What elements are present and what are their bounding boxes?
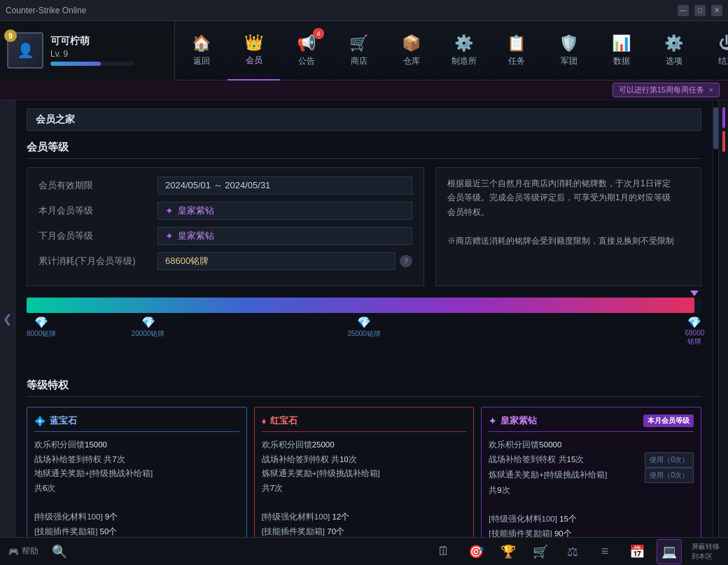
nav-item-home[interactable]: 🏠 返回 bbox=[175, 21, 227, 81]
current-level-value: ✦ 皇家紫钻 bbox=[158, 202, 412, 220]
nav-label-shop: 商店 bbox=[351, 55, 368, 67]
tier-purple-header: ✦ 皇家紫钻 本月会员等级 bbox=[489, 414, 694, 432]
purple-line2: 战场补给签到特权 共15次 使用（0次） bbox=[489, 452, 694, 468]
cumulative-label: 累计消耗(下月会员等级) bbox=[38, 255, 158, 267]
bottom-status-2: 到本区 bbox=[692, 552, 720, 561]
bottom-icon-5[interactable]: ⚖ bbox=[560, 539, 585, 564]
desc-line3: 会员特权。 bbox=[447, 205, 690, 219]
use-btn-1[interactable]: 使用（0次） bbox=[645, 452, 694, 468]
red-line6: [技能插件奖励箱] 70个 bbox=[262, 524, 467, 537]
desc-line4: ※商店赠送消耗的铭牌会受到额度限制，直接兑换则不受限制 bbox=[447, 234, 690, 248]
title-bar: Counter-Strike Online — □ ✕ bbox=[0, 0, 728, 21]
current-level-label: 本月会员等级 bbox=[38, 204, 158, 217]
announce-bar: 可以进行第15周每周任务 × bbox=[0, 81, 728, 100]
help-label: 帮助 bbox=[22, 545, 38, 557]
purple-line5: [技能插件奖励箱] 90个 bbox=[489, 526, 694, 537]
guild-icon: 🛡️ bbox=[559, 34, 578, 53]
red-icon: ♦ bbox=[262, 416, 267, 426]
close-button[interactable]: ✕ bbox=[711, 5, 722, 16]
help-tooltip-btn[interactable]: ? bbox=[400, 255, 412, 267]
bottom-bar: 🎮 帮助 🔍 🗓 🎯 🏆 🛒 ⚖ ≡ 📅 💻 屏蔽转移 到本区 bbox=[0, 537, 728, 565]
bottom-icon-7[interactable]: 📅 bbox=[624, 539, 650, 564]
purple-icon: ✦ bbox=[489, 416, 496, 426]
sidebar-toggle[interactable]: ❮ bbox=[0, 100, 15, 537]
progress-section: 💎 8000铭牌 💎 20000铭牌 💎 35000铭牌 💎 68000铭牌 bbox=[27, 298, 701, 344]
inner-content: 会员之家 会员等级 会员有效期限 2024/05/01 ～ 2024/05/31… bbox=[15, 100, 713, 537]
blue-line5: [特级强化材料100] 9个 bbox=[34, 510, 239, 524]
blue-content: 欢乐积分回馈15000 战场补给签到特权 共7次 地狱通关奖励+[特级挑战补给箱… bbox=[34, 438, 239, 537]
shop-icon: 🛒 bbox=[349, 34, 368, 53]
announce-badge: 4 bbox=[313, 28, 324, 39]
marker-triangle bbox=[690, 291, 699, 296]
minimize-button[interactable]: — bbox=[678, 5, 689, 16]
nav-label-quest: 任务 bbox=[508, 55, 525, 67]
window-controls: — □ ✕ bbox=[678, 5, 722, 16]
nav-item-stats[interactable]: 📊 数据 bbox=[595, 21, 648, 81]
desc-line1: 根据最近三个自然月在商店内消耗的铭牌数，于次月1日评定 bbox=[447, 176, 690, 190]
nav-label-guild: 军团 bbox=[561, 55, 578, 67]
bottom-icon-4[interactable]: 🛒 bbox=[528, 539, 553, 564]
announce-text: 可以进行第15周每周任务 bbox=[619, 85, 704, 95]
maximize-button[interactable]: □ bbox=[694, 5, 706, 16]
bottom-icon-8[interactable]: 💻 bbox=[657, 539, 682, 564]
bottom-left: 🎮 帮助 🔍 bbox=[8, 539, 72, 564]
nav-item-options[interactable]: ⚙️ 选项 bbox=[648, 21, 700, 81]
craft-icon: ⚙️ bbox=[454, 34, 473, 53]
red-line5: [特级强化材料100] 12个 bbox=[262, 510, 467, 524]
membership-description: 根据最近三个自然月在商店内消耗的铭牌数，于次月1日评定 会员等级。完成会员等级评… bbox=[435, 167, 701, 286]
help-button[interactable]: 🎮 帮助 bbox=[8, 545, 38, 557]
progress-labels-row: 💎 8000铭牌 💎 20000铭牌 💎 35000铭牌 💎 68000铭牌 bbox=[27, 316, 701, 344]
current-level-row: 本月会员等级 ✦ 皇家紫钻 bbox=[38, 202, 412, 220]
red-line3: 炼狱通关奖励+[特级挑战补给箱] bbox=[262, 466, 467, 481]
purple-title: 皇家紫钻 bbox=[500, 414, 537, 427]
search-button[interactable]: 🔍 bbox=[47, 539, 72, 564]
nav-item-shop[interactable]: 🛒 商店 bbox=[332, 21, 385, 81]
current-level-text: 皇家紫钻 bbox=[178, 204, 214, 217]
nav-label-warehouse: 仓库 bbox=[403, 55, 420, 67]
window-title: Counter-Strike Online bbox=[6, 6, 86, 15]
nav-label-exit: 结束 bbox=[718, 55, 729, 67]
player-level: Lv. 9 bbox=[50, 49, 134, 59]
warehouse-icon: 📦 bbox=[402, 34, 421, 53]
tier-red-header: ♦ 红宝石 bbox=[262, 414, 467, 432]
nav-item-craft[interactable]: ⚙️ 制造所 bbox=[438, 21, 490, 81]
player-info: 9 👤 可可柠萌 Lv. 9 bbox=[0, 21, 175, 81]
nav-item-announce[interactable]: 📢 4 公告 bbox=[280, 21, 332, 81]
nav-item-quest[interactable]: 📋 任务 bbox=[490, 21, 542, 81]
scroll-thumb[interactable] bbox=[713, 107, 718, 149]
exit-icon: ⏻ bbox=[719, 34, 729, 53]
announce-close[interactable]: × bbox=[708, 85, 713, 95]
next-level-label: 下月会员等级 bbox=[38, 230, 158, 242]
bottom-icon-6[interactable]: ≡ bbox=[592, 539, 617, 564]
progress-marker-2: 💎 20000铭牌 bbox=[132, 316, 165, 339]
next-level-text: 皇家紫钻 bbox=[178, 230, 214, 242]
nav-item-exit[interactable]: ⏻ 结束 bbox=[700, 21, 728, 81]
main-content: ❮ 会员之家 会员等级 会员有效期限 2024/05/01 ～ 2024/05/… bbox=[0, 100, 728, 537]
player-details: 可可柠萌 Lv. 9 bbox=[50, 35, 134, 66]
red-line2: 战场补给签到特权 共10次 bbox=[262, 452, 467, 467]
validity-row: 会员有效期限 2024/05/01 ～ 2024/05/31 bbox=[38, 176, 412, 195]
blue-line2: 战场补给签到特权 共7次 bbox=[34, 452, 239, 467]
nav-item-warehouse[interactable]: 📦 仓库 bbox=[385, 21, 438, 81]
bottom-icon-3[interactable]: 🏆 bbox=[496, 539, 521, 564]
desc-line2: 会员等级。完成会员等级评定后，可享受为期1月的对应等级 bbox=[447, 190, 690, 204]
tier-card-red: ♦ 红宝石 欢乐积分回馈25000 战场补给签到特权 共10次 炼狱通关奖励+[… bbox=[254, 407, 475, 537]
stats-icon: 📊 bbox=[612, 34, 631, 53]
tier-card-blue: 💠 蓝宝石 欢乐积分回馈15000 战场补给签到特权 共7次 地狱通关奖励+[特… bbox=[27, 407, 247, 537]
next-level-row: 下月会员等级 ✦ 皇家紫钻 bbox=[38, 227, 412, 245]
top-nav: 9 👤 可可柠萌 Lv. 9 🏠 返回 👑 会员 📢 4 公告 🛒 商店 bbox=[0, 21, 728, 81]
bottom-icon-1[interactable]: 🗓 bbox=[431, 539, 456, 564]
nav-item-member[interactable]: 👑 会员 bbox=[227, 21, 280, 81]
membership-section: 会员等级 会员有效期限 2024/05/01 ～ 2024/05/31 本月会员… bbox=[27, 141, 701, 344]
bottom-icon-2[interactable]: 🎯 bbox=[463, 539, 489, 564]
tier-section: 等级特权 💠 蓝宝石 欢乐积分回馈15000 战场补给签到特权 共7次 地狱通关… bbox=[27, 379, 701, 537]
use-btn-2[interactable]: 使用（0次） bbox=[645, 468, 694, 483]
avatar: 9 👤 bbox=[7, 32, 43, 69]
right-scrollbar[interactable] bbox=[713, 100, 718, 537]
nav-item-guild[interactable]: 🛡️ 军团 bbox=[542, 21, 595, 81]
purple-line3b: 共9次 bbox=[489, 483, 694, 498]
options-icon: ⚙️ bbox=[664, 34, 683, 53]
bottom-right: 🗓 🎯 🏆 🛒 ⚖ ≡ 📅 💻 屏蔽转移 到本区 bbox=[431, 539, 720, 564]
red-line1: 欢乐积分回馈25000 bbox=[262, 438, 467, 452]
tier-section-title: 等级特权 bbox=[27, 379, 701, 397]
